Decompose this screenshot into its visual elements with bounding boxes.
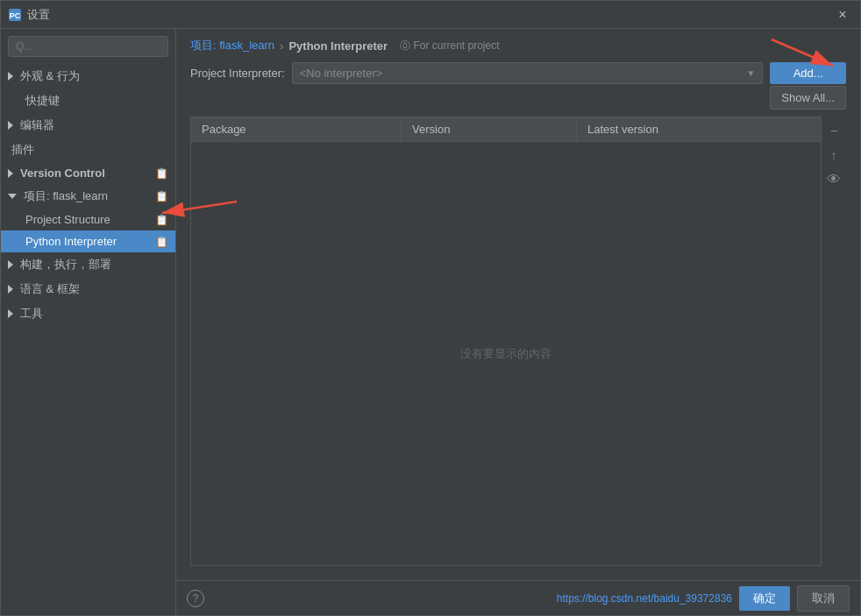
search-input[interactable] bbox=[16, 40, 160, 53]
copy-icon: 📋 bbox=[155, 190, 168, 202]
sidebar-item-plugins[interactable]: 插件 bbox=[1, 138, 175, 162]
eye-button[interactable]: 👁 bbox=[823, 169, 844, 190]
sidebar-item-label: Project Structure bbox=[25, 213, 110, 226]
add-button[interactable]: Add... bbox=[770, 62, 846, 84]
arrow-right-icon bbox=[8, 260, 13, 269]
content-area: Project Interpreter: <No interpreter> ▼ … bbox=[176, 62, 860, 580]
remove-button[interactable]: − bbox=[823, 120, 844, 141]
interpreter-select[interactable]: <No interpreter> ▼ bbox=[292, 62, 764, 84]
arrow-right-icon bbox=[8, 285, 13, 294]
sidebar-item-label: 构建，执行，部署 bbox=[20, 257, 111, 273]
arrow-right-icon bbox=[8, 121, 13, 130]
sidebar-item-label: 项目: flask_learn bbox=[24, 188, 108, 204]
table-col-latest: Latest version bbox=[577, 117, 821, 141]
right-panel: 项目: flask_learn › Python Interpreter ⓪ F… bbox=[176, 29, 860, 615]
copy-icon: 📋 bbox=[155, 167, 168, 180]
sidebar-item-label: 插件 bbox=[11, 142, 34, 158]
main-content: 外观 & 行为 快捷键 编辑器 插件 Version Control 📋 bbox=[1, 29, 860, 615]
sidebar-item-keymap[interactable]: 快捷键 bbox=[1, 89, 175, 113]
ok-button[interactable]: 确定 bbox=[739, 586, 790, 611]
up-button[interactable]: ↑ bbox=[823, 145, 844, 166]
interpreter-section: Project Interpreter: <No interpreter> ▼ … bbox=[190, 62, 846, 110]
interpreter-label: Project Interpreter: bbox=[190, 67, 285, 80]
sidebar-item-python-interpreter[interactable]: Python Interpreter 📋 bbox=[1, 230, 175, 252]
sidebar-item-appearance[interactable]: 外观 & 行为 bbox=[1, 64, 175, 89]
breadcrumb-separator: › bbox=[280, 39, 283, 53]
sidebar-item-label: 工具 bbox=[20, 306, 43, 322]
empty-message: 没有要显示的内容 bbox=[460, 346, 551, 362]
copy-icon: 📋 bbox=[155, 214, 168, 226]
cancel-button[interactable]: 取消 bbox=[797, 585, 850, 612]
bottom-right: https://blog.csdn.net/baidu_39372836 确定 … bbox=[557, 585, 850, 612]
interpreter-row: Project Interpreter: <No interpreter> ▼ bbox=[190, 62, 763, 84]
bottom-bar: ? https://blog.csdn.net/baidu_39372836 确… bbox=[176, 580, 860, 615]
window-title: 设置 bbox=[27, 7, 50, 23]
table-col-package: Package bbox=[191, 117, 402, 141]
breadcrumb-current: Python Interpreter bbox=[288, 39, 388, 53]
sidebar-item-version-control[interactable]: Version Control 📋 bbox=[1, 162, 175, 184]
arrow-right-icon bbox=[8, 309, 13, 318]
sidebar-item-editor[interactable]: 编辑器 bbox=[1, 113, 175, 138]
sidebar-item-lang[interactable]: 语言 & 框架 bbox=[1, 277, 175, 301]
copy-icon: 📋 bbox=[155, 236, 168, 248]
table-side-controls: − ↑ 👁 bbox=[822, 117, 846, 566]
sidebar: 外观 & 行为 快捷键 编辑器 插件 Version Control 📋 bbox=[1, 29, 176, 615]
sidebar-item-label: 编辑器 bbox=[20, 117, 54, 133]
sidebar-item-tools[interactable]: 工具 bbox=[1, 301, 175, 326]
table-container: Package Version Latest version 没有要显示的内容 bbox=[190, 117, 822, 566]
show-all-button[interactable]: Show All... bbox=[770, 86, 846, 110]
table-body: 没有要显示的内容 bbox=[191, 142, 821, 565]
sidebar-item-label: Python Interpreter bbox=[25, 235, 117, 248]
app-icon: PC bbox=[8, 8, 22, 22]
sidebar-item-label: 语言 & 框架 bbox=[20, 281, 80, 297]
arrow-down-icon bbox=[8, 194, 17, 199]
sidebar-item-label: Version Control bbox=[20, 166, 105, 180]
breadcrumb: 项目: flask_learn › Python Interpreter ⓪ F… bbox=[176, 29, 860, 62]
sidebar-item-build[interactable]: 构建，执行，部署 bbox=[1, 252, 175, 277]
close-button[interactable]: × bbox=[832, 4, 853, 25]
table-header: Package Version Latest version bbox=[191, 117, 821, 142]
bottom-url[interactable]: https://blog.csdn.net/baidu_39372836 bbox=[557, 592, 732, 605]
right-buttons: Add... Show All... bbox=[770, 62, 846, 110]
sidebar-item-project-structure[interactable]: Project Structure 📋 bbox=[1, 209, 175, 230]
dropdown-arrow-icon: ▼ bbox=[746, 68, 755, 78]
sidebar-item-label: 外观 & 行为 bbox=[20, 68, 80, 84]
table-col-version: Version bbox=[402, 117, 577, 141]
help-button[interactable]: ? bbox=[187, 590, 204, 607]
breadcrumb-tag[interactable]: ⓪ For current project bbox=[400, 39, 499, 53]
interpreter-value: <No interpreter> bbox=[300, 67, 383, 80]
settings-window: PC 设置 × 外观 & 行为 快捷键 编辑器 bbox=[0, 0, 861, 616]
sidebar-item-project[interactable]: 项目: flask_learn 📋 bbox=[1, 184, 175, 209]
breadcrumb-parent[interactable]: 项目: flask_learn bbox=[190, 38, 274, 53]
sidebar-item-label: 快捷键 bbox=[25, 93, 60, 109]
arrow-right-icon bbox=[8, 72, 13, 81]
table-section: Package Version Latest version 没有要显示的内容 … bbox=[190, 117, 846, 566]
svg-text:PC: PC bbox=[10, 11, 21, 20]
search-box[interactable] bbox=[8, 36, 168, 57]
title-bar: PC 设置 × bbox=[1, 1, 860, 29]
bottom-left: ? bbox=[187, 590, 204, 607]
arrow-right-icon bbox=[8, 169, 13, 178]
